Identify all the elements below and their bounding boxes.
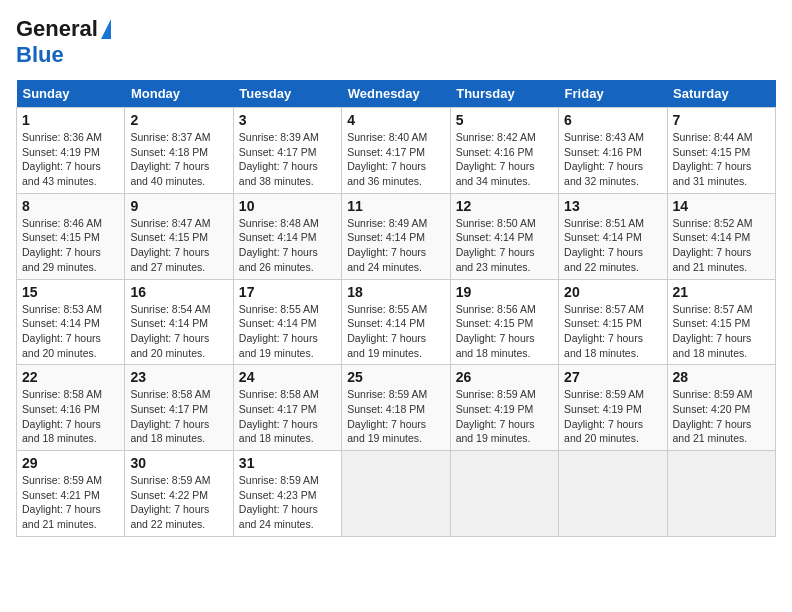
day-number: 26 bbox=[456, 369, 553, 385]
day-number: 15 bbox=[22, 284, 119, 300]
day-info: Sunrise: 8:55 AM Sunset: 4:14 PM Dayligh… bbox=[347, 302, 444, 361]
logo: General Blue bbox=[16, 16, 111, 68]
logo-arrow-icon bbox=[101, 19, 111, 39]
day-number: 19 bbox=[456, 284, 553, 300]
calendar-cell bbox=[342, 451, 450, 537]
calendar-cell: 5Sunrise: 8:42 AM Sunset: 4:16 PM Daylig… bbox=[450, 108, 558, 194]
day-info: Sunrise: 8:59 AM Sunset: 4:19 PM Dayligh… bbox=[564, 387, 661, 446]
day-number: 30 bbox=[130, 455, 227, 471]
calendar-cell: 21Sunrise: 8:57 AM Sunset: 4:15 PM Dayli… bbox=[667, 279, 775, 365]
calendar-cell: 24Sunrise: 8:58 AM Sunset: 4:17 PM Dayli… bbox=[233, 365, 341, 451]
calendar-cell: 18Sunrise: 8:55 AM Sunset: 4:14 PM Dayli… bbox=[342, 279, 450, 365]
day-info: Sunrise: 8:58 AM Sunset: 4:17 PM Dayligh… bbox=[239, 387, 336, 446]
day-info: Sunrise: 8:57 AM Sunset: 4:15 PM Dayligh… bbox=[564, 302, 661, 361]
day-number: 31 bbox=[239, 455, 336, 471]
day-info: Sunrise: 8:59 AM Sunset: 4:18 PM Dayligh… bbox=[347, 387, 444, 446]
day-number: 6 bbox=[564, 112, 661, 128]
day-number: 13 bbox=[564, 198, 661, 214]
header-thursday: Thursday bbox=[450, 80, 558, 108]
day-number: 4 bbox=[347, 112, 444, 128]
day-info: Sunrise: 8:59 AM Sunset: 4:21 PM Dayligh… bbox=[22, 473, 119, 532]
day-info: Sunrise: 8:48 AM Sunset: 4:14 PM Dayligh… bbox=[239, 216, 336, 275]
day-info: Sunrise: 8:43 AM Sunset: 4:16 PM Dayligh… bbox=[564, 130, 661, 189]
day-info: Sunrise: 8:39 AM Sunset: 4:17 PM Dayligh… bbox=[239, 130, 336, 189]
day-number: 21 bbox=[673, 284, 770, 300]
header-friday: Friday bbox=[559, 80, 667, 108]
calendar-body: 1Sunrise: 8:36 AM Sunset: 4:19 PM Daylig… bbox=[17, 108, 776, 537]
day-number: 3 bbox=[239, 112, 336, 128]
calendar-cell: 23Sunrise: 8:58 AM Sunset: 4:17 PM Dayli… bbox=[125, 365, 233, 451]
calendar-cell: 20Sunrise: 8:57 AM Sunset: 4:15 PM Dayli… bbox=[559, 279, 667, 365]
day-number: 18 bbox=[347, 284, 444, 300]
calendar-cell: 12Sunrise: 8:50 AM Sunset: 4:14 PM Dayli… bbox=[450, 193, 558, 279]
day-number: 7 bbox=[673, 112, 770, 128]
day-number: 27 bbox=[564, 369, 661, 385]
day-number: 22 bbox=[22, 369, 119, 385]
day-number: 10 bbox=[239, 198, 336, 214]
day-info: Sunrise: 8:58 AM Sunset: 4:16 PM Dayligh… bbox=[22, 387, 119, 446]
day-info: Sunrise: 8:37 AM Sunset: 4:18 PM Dayligh… bbox=[130, 130, 227, 189]
calendar-cell: 1Sunrise: 8:36 AM Sunset: 4:19 PM Daylig… bbox=[17, 108, 125, 194]
calendar-cell: 26Sunrise: 8:59 AM Sunset: 4:19 PM Dayli… bbox=[450, 365, 558, 451]
header: General Blue bbox=[16, 16, 776, 68]
calendar-cell: 7Sunrise: 8:44 AM Sunset: 4:15 PM Daylig… bbox=[667, 108, 775, 194]
day-number: 11 bbox=[347, 198, 444, 214]
calendar-cell: 28Sunrise: 8:59 AM Sunset: 4:20 PM Dayli… bbox=[667, 365, 775, 451]
header-sunday: Sunday bbox=[17, 80, 125, 108]
day-number: 28 bbox=[673, 369, 770, 385]
calendar-cell: 10Sunrise: 8:48 AM Sunset: 4:14 PM Dayli… bbox=[233, 193, 341, 279]
day-info: Sunrise: 8:58 AM Sunset: 4:17 PM Dayligh… bbox=[130, 387, 227, 446]
day-info: Sunrise: 8:59 AM Sunset: 4:19 PM Dayligh… bbox=[456, 387, 553, 446]
day-info: Sunrise: 8:59 AM Sunset: 4:23 PM Dayligh… bbox=[239, 473, 336, 532]
header-tuesday: Tuesday bbox=[233, 80, 341, 108]
day-number: 14 bbox=[673, 198, 770, 214]
day-info: Sunrise: 8:55 AM Sunset: 4:14 PM Dayligh… bbox=[239, 302, 336, 361]
calendar-cell: 6Sunrise: 8:43 AM Sunset: 4:16 PM Daylig… bbox=[559, 108, 667, 194]
calendar-cell bbox=[667, 451, 775, 537]
calendar-cell: 29Sunrise: 8:59 AM Sunset: 4:21 PM Dayli… bbox=[17, 451, 125, 537]
day-number: 29 bbox=[22, 455, 119, 471]
day-number: 1 bbox=[22, 112, 119, 128]
day-info: Sunrise: 8:59 AM Sunset: 4:22 PM Dayligh… bbox=[130, 473, 227, 532]
day-info: Sunrise: 8:50 AM Sunset: 4:14 PM Dayligh… bbox=[456, 216, 553, 275]
day-number: 12 bbox=[456, 198, 553, 214]
day-info: Sunrise: 8:40 AM Sunset: 4:17 PM Dayligh… bbox=[347, 130, 444, 189]
calendar-header-row: SundayMondayTuesdayWednesdayThursdayFrid… bbox=[17, 80, 776, 108]
day-info: Sunrise: 8:49 AM Sunset: 4:14 PM Dayligh… bbox=[347, 216, 444, 275]
week-row-5: 29Sunrise: 8:59 AM Sunset: 4:21 PM Dayli… bbox=[17, 451, 776, 537]
day-number: 9 bbox=[130, 198, 227, 214]
header-monday: Monday bbox=[125, 80, 233, 108]
calendar-cell bbox=[559, 451, 667, 537]
week-row-3: 15Sunrise: 8:53 AM Sunset: 4:14 PM Dayli… bbox=[17, 279, 776, 365]
day-info: Sunrise: 8:46 AM Sunset: 4:15 PM Dayligh… bbox=[22, 216, 119, 275]
day-number: 5 bbox=[456, 112, 553, 128]
day-number: 16 bbox=[130, 284, 227, 300]
header-saturday: Saturday bbox=[667, 80, 775, 108]
calendar-cell: 15Sunrise: 8:53 AM Sunset: 4:14 PM Dayli… bbox=[17, 279, 125, 365]
day-info: Sunrise: 8:59 AM Sunset: 4:20 PM Dayligh… bbox=[673, 387, 770, 446]
day-info: Sunrise: 8:54 AM Sunset: 4:14 PM Dayligh… bbox=[130, 302, 227, 361]
day-info: Sunrise: 8:56 AM Sunset: 4:15 PM Dayligh… bbox=[456, 302, 553, 361]
calendar-cell: 14Sunrise: 8:52 AM Sunset: 4:14 PM Dayli… bbox=[667, 193, 775, 279]
calendar-cell: 22Sunrise: 8:58 AM Sunset: 4:16 PM Dayli… bbox=[17, 365, 125, 451]
calendar-cell: 11Sunrise: 8:49 AM Sunset: 4:14 PM Dayli… bbox=[342, 193, 450, 279]
calendar-cell: 16Sunrise: 8:54 AM Sunset: 4:14 PM Dayli… bbox=[125, 279, 233, 365]
calendar-cell: 30Sunrise: 8:59 AM Sunset: 4:22 PM Dayli… bbox=[125, 451, 233, 537]
day-number: 24 bbox=[239, 369, 336, 385]
logo-general: General bbox=[16, 16, 98, 42]
week-row-1: 1Sunrise: 8:36 AM Sunset: 4:19 PM Daylig… bbox=[17, 108, 776, 194]
calendar-cell: 27Sunrise: 8:59 AM Sunset: 4:19 PM Dayli… bbox=[559, 365, 667, 451]
day-info: Sunrise: 8:52 AM Sunset: 4:14 PM Dayligh… bbox=[673, 216, 770, 275]
day-info: Sunrise: 8:44 AM Sunset: 4:15 PM Dayligh… bbox=[673, 130, 770, 189]
day-info: Sunrise: 8:53 AM Sunset: 4:14 PM Dayligh… bbox=[22, 302, 119, 361]
day-number: 25 bbox=[347, 369, 444, 385]
week-row-4: 22Sunrise: 8:58 AM Sunset: 4:16 PM Dayli… bbox=[17, 365, 776, 451]
day-info: Sunrise: 8:51 AM Sunset: 4:14 PM Dayligh… bbox=[564, 216, 661, 275]
day-info: Sunrise: 8:47 AM Sunset: 4:15 PM Dayligh… bbox=[130, 216, 227, 275]
day-number: 23 bbox=[130, 369, 227, 385]
calendar-cell: 17Sunrise: 8:55 AM Sunset: 4:14 PM Dayli… bbox=[233, 279, 341, 365]
calendar-cell: 19Sunrise: 8:56 AM Sunset: 4:15 PM Dayli… bbox=[450, 279, 558, 365]
day-info: Sunrise: 8:42 AM Sunset: 4:16 PM Dayligh… bbox=[456, 130, 553, 189]
calendar-cell: 4Sunrise: 8:40 AM Sunset: 4:17 PM Daylig… bbox=[342, 108, 450, 194]
calendar-cell: 13Sunrise: 8:51 AM Sunset: 4:14 PM Dayli… bbox=[559, 193, 667, 279]
